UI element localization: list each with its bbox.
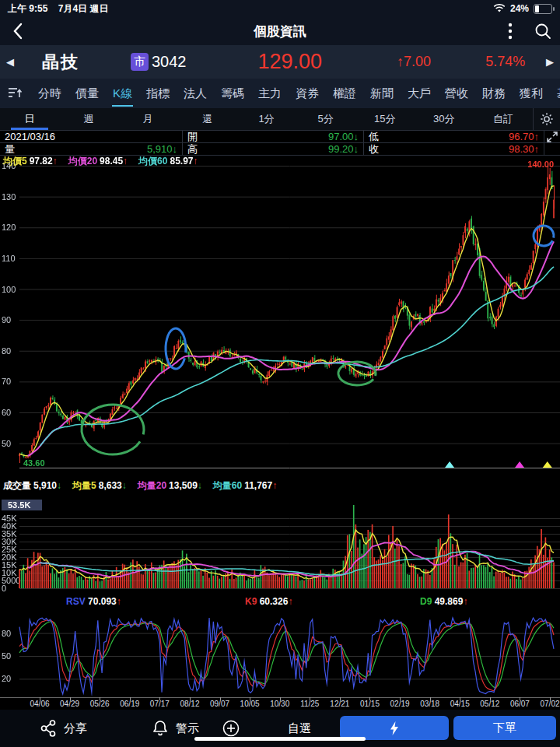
low-label: 低 [369, 131, 379, 142]
add-watchlist-button[interactable]: 自選 [222, 717, 311, 739]
date-label: 04/06 [30, 700, 49, 708]
period-月[interactable]: 月 [118, 108, 177, 130]
nav-bar: 個股資訊 [0, 17, 560, 45]
date-label: 04/15 [450, 700, 470, 708]
volume-value: 5,910↓ [147, 143, 177, 155]
tab-大戶[interactable]: 大戶 [401, 79, 438, 108]
alert-label: 警示 [176, 721, 199, 736]
volume-chart[interactable] [0, 496, 560, 594]
period-15分[interactable]: 15分 [355, 108, 415, 130]
period-週[interactable]: 週 [59, 108, 118, 130]
share-button[interactable]: 分享 [40, 717, 87, 739]
tab-獲利[interactable]: 獲利 [513, 79, 550, 108]
period-日[interactable]: 日 [0, 108, 59, 130]
stock-change-percent: 5.74% [485, 54, 525, 70]
close-value: 98.30↑ [509, 143, 539, 155]
candlestick-chart[interactable] [0, 158, 560, 475]
stock-name: 晶技 [42, 51, 79, 74]
low-value: 96.70↑ [509, 131, 539, 142]
search-button[interactable] [532, 20, 554, 42]
next-stock-button[interactable]: ▶ [540, 56, 560, 68]
tab-權證[interactable]: 權證 [326, 79, 363, 108]
page-title: 個股資訊 [0, 23, 560, 40]
date-label: 03/18 [420, 700, 439, 708]
tab-財務[interactable]: 財務 [475, 79, 513, 108]
date-label: 02/19 [390, 700, 410, 708]
status-time: 上午 9:55 [8, 3, 47, 14]
tab-K線[interactable]: K線 [106, 79, 139, 108]
kd-RSV: RSV 70.093↑ [66, 596, 121, 607]
order-label: 下單 [493, 721, 516, 735]
tab-新聞[interactable]: 新聞 [363, 79, 401, 108]
date-label: 05/12 [480, 700, 499, 708]
period-5分[interactable]: 5分 [296, 108, 355, 130]
price-ma-均價20: 均價2098.45↑ [68, 155, 128, 168]
market-badge: 市 [131, 53, 149, 71]
volume-label: 量 [5, 143, 15, 155]
volume-ma-legend: 成交量5,910↓均量58,633↓均量2013,509↓均量6011,767↑ [3, 479, 277, 493]
x-axis-dates: 04/0604/2905/2606/1907/1708/1209/0710/05… [0, 697, 560, 710]
period-30分[interactable]: 30分 [415, 108, 474, 130]
stock-price: 129.00 [258, 50, 323, 74]
date-label: 11/25 [300, 700, 319, 708]
date-label: 07/17 [150, 700, 170, 708]
search-icon [534, 23, 551, 40]
period-還[interactable]: 還 [177, 108, 236, 130]
function-tab-bar: 分時價量K線指標法人籌碼主力資券權證新聞大戶營收財務獲利基本資料除權息相關 [0, 79, 560, 108]
date-label: 08/12 [180, 700, 199, 708]
stock-change: ↑7.00 [397, 54, 431, 70]
battery-icon [534, 4, 552, 14]
share-label: 分享 [64, 721, 87, 736]
bottom-toolbar: 分享 警示 自選 下單 [0, 710, 560, 747]
gear-icon [540, 112, 554, 126]
date-label: 10/30 [270, 700, 289, 708]
tab-營收[interactable]: 營收 [438, 79, 475, 108]
period-自訂[interactable]: 自訂 [474, 108, 533, 130]
share-icon [40, 720, 56, 737]
alert-button[interactable]: 警示 [152, 717, 199, 739]
kd-legend: RSV 70.093↑K9 60.326↑D9 49.869↑ [0, 596, 560, 612]
tab-資券[interactable]: 資券 [289, 79, 326, 108]
tab-基本資料[interactable]: 基本資料 [550, 79, 560, 108]
tab-分時[interactable]: 分時 [31, 79, 68, 108]
date-label: 01/15 [360, 700, 380, 708]
date-label: 06/19 [120, 700, 139, 708]
vol-ma-成交量: 成交量5,910↓ [3, 479, 61, 493]
status-date: 7月4日 週日 [58, 3, 109, 14]
date-label: 05/26 [90, 700, 110, 708]
readout-date: 2021/03/16 [5, 131, 55, 142]
kd-K9: K9 60.326↑ [245, 596, 292, 607]
tab-指標[interactable]: 指標 [139, 79, 177, 108]
period-selector-row: 日週月還1分5分15分30分自訂 [0, 108, 560, 131]
tab-主力[interactable]: 主力 [251, 79, 289, 108]
tab-法人[interactable]: 法人 [177, 79, 214, 108]
close-label: 收 [369, 143, 379, 155]
wifi-icon [493, 4, 506, 13]
stock-info-row: ◀ 晶技 市 3042 129.00 ↑7.00 5.74% ▶ [0, 45, 560, 79]
expand-icon [547, 132, 558, 142]
status-bar: 上午 9:55 7月4日 週日 24% [0, 0, 560, 17]
prev-stock-button[interactable]: ◀ [0, 56, 20, 68]
kd-indicator-chart[interactable] [0, 615, 560, 697]
period-1分[interactable]: 1分 [236, 108, 296, 130]
list-sort-icon [8, 87, 23, 100]
plus-circle-icon [222, 720, 240, 737]
tab-籌碼[interactable]: 籌碼 [214, 79, 251, 108]
home-indicator[interactable] [194, 737, 366, 741]
open-value: 97.00↓ [328, 131, 359, 142]
place-order-button[interactable]: 下單 [453, 716, 556, 740]
tab-價量[interactable]: 價量 [68, 79, 106, 108]
chart-settings-button[interactable] [533, 108, 560, 130]
lightning-icon [389, 721, 400, 736]
ohlc-readout: 2021/03/16 開97.00↓ 低96.70↑ 量5,910↓ 高99.2… [0, 131, 560, 156]
kd-D9: D9 49.869↑ [420, 596, 467, 607]
date-label: 12/21 [330, 700, 349, 708]
fullscreen-button[interactable] [544, 131, 560, 143]
price-ma-均價5: 均價597.82↑ [3, 155, 58, 168]
tab-list-button[interactable] [0, 87, 31, 100]
vol-ma-均量5: 均量58,633↓ [72, 479, 127, 493]
price-ma-均價60: 均價6085.97↑ [138, 155, 198, 168]
watchlist-label: 自選 [288, 721, 311, 736]
status-time-date: 上午 9:55 7月4日 週日 [8, 2, 116, 16]
more-menu-button[interactable] [499, 20, 521, 42]
